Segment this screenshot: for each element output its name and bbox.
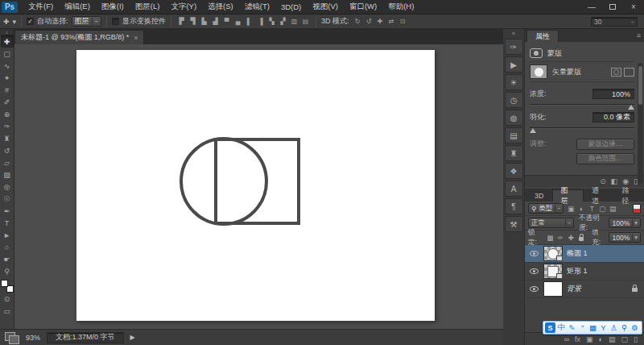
- 3d-drag-icon[interactable]: ✚: [375, 16, 386, 27]
- add-pixel-mask-button[interactable]: [611, 68, 621, 77]
- align-bottom-edges-icon[interactable]: ▙: [199, 16, 209, 27]
- visibility-toggle[interactable]: [528, 268, 539, 274]
- menu-item[interactable]: 3D(D): [275, 2, 307, 11]
- eyedropper-tool[interactable]: ✐: [1, 96, 14, 108]
- swatches-panel-icon[interactable]: ❖: [505, 163, 523, 179]
- auto-select-dropdown[interactable]: 图层 ÷: [72, 16, 101, 27]
- close-button[interactable]: ×: [623, 0, 644, 14]
- mask-edge-button[interactable]: 蒙版边缘…: [576, 139, 634, 150]
- layer-name[interactable]: 椭圆 1: [567, 248, 588, 259]
- minimize-button[interactable]: —: [581, 0, 602, 14]
- align-right-edges-icon[interactable]: ▄: [233, 16, 243, 27]
- density-slider[interactable]: [530, 104, 634, 106]
- history-brush-tool[interactable]: ↺: [1, 144, 14, 156]
- tool-presets-panel-icon[interactable]: ⚒: [505, 216, 523, 232]
- layer-row-rect-1[interactable]: 矩形 1: [525, 263, 644, 281]
- menu-item[interactable]: 文字(Y): [165, 2, 202, 12]
- type-tool[interactable]: T: [1, 217, 14, 229]
- ime-skin-icon[interactable]: Y: [599, 322, 608, 333]
- ellipse-shape[interactable]: [181, 139, 266, 224]
- color-range-button[interactable]: 颜色范围…: [576, 153, 634, 164]
- lock-transparent-pixels-icon[interactable]: ▩: [545, 233, 555, 243]
- align-vertical-centers-icon[interactable]: ▜: [188, 16, 198, 27]
- quick-mask-button[interactable]: ⊙: [1, 293, 14, 305]
- character-panel-icon[interactable]: A: [505, 181, 523, 197]
- paragraph-panel-icon[interactable]: ¶: [505, 198, 523, 214]
- tab-channels[interactable]: 通道: [584, 189, 614, 202]
- distribute-right-edges-icon[interactable]: ▤: [300, 16, 311, 27]
- styles-panel-icon[interactable]: ☀: [505, 74, 523, 90]
- fill-field[interactable]: 100% ▾: [609, 232, 641, 243]
- layer-thumbnail[interactable]: [543, 281, 563, 297]
- feather-value[interactable]: 0.0 像素: [592, 112, 634, 123]
- blend-mode-dropdown[interactable]: 正常 ÷: [528, 218, 574, 228]
- ellipse-tool[interactable]: ○: [1, 241, 14, 253]
- status-options-arrow[interactable]: ▶: [130, 334, 135, 341]
- menu-item[interactable]: 编辑(E): [59, 2, 96, 12]
- menu-item[interactable]: 选择(S): [202, 2, 239, 12]
- tool-preset-arrow-icon[interactable]: ▾: [13, 18, 17, 26]
- ime-toolbox-icon[interactable]: ⚙: [630, 322, 639, 333]
- layer-thumbnail[interactable]: [543, 264, 563, 279]
- 3d-roll-icon[interactable]: ↺: [364, 16, 374, 27]
- filter-smart-objects-icon[interactable]: ▤: [608, 204, 617, 214]
- arrange-documents-icon[interactable]: [5, 332, 19, 343]
- filter-shape-layers-icon[interactable]: ▢: [597, 204, 607, 214]
- enable-mask-icon[interactable]: ◉: [622, 177, 629, 185]
- filter-type-layers-icon[interactable]: T: [587, 204, 597, 214]
- apply-mask-icon[interactable]: ◧: [611, 177, 618, 185]
- clone-source-panel-icon[interactable]: ♜: [505, 145, 523, 161]
- brush-presets-panel-icon[interactable]: ✑: [505, 39, 523, 55]
- hand-tool[interactable]: ☛: [1, 253, 14, 265]
- ime-search-icon[interactable]: ⚲: [620, 322, 629, 333]
- canvas-area[interactable]: [14, 44, 503, 329]
- menu-item[interactable]: 窗口(W): [344, 2, 382, 12]
- clone-stamp-tool[interactable]: ♜: [1, 132, 14, 144]
- align-top-edges-icon[interactable]: ▛: [176, 16, 187, 27]
- menu-item[interactable]: 视图(V): [307, 2, 344, 12]
- dodge-tool[interactable]: ☉: [1, 193, 14, 205]
- new-group-icon[interactable]: ▤: [609, 335, 616, 343]
- panel-menu-icon[interactable]: ≡: [637, 31, 641, 39]
- lock-all-icon[interactable]: [579, 237, 584, 241]
- tab-properties[interactable]: 属性: [526, 30, 559, 42]
- document-tab[interactable]: 未标题-1 @ 93%(椭圆 1,RGB/8) * ×: [14, 30, 144, 44]
- layer-row-background[interactable]: 背景: [525, 281, 644, 298]
- new-layer-icon[interactable]: ▢: [621, 335, 629, 343]
- navigator-panel-icon[interactable]: ▤: [505, 127, 523, 143]
- menu-item[interactable]: 图像(I): [96, 2, 130, 12]
- opacity-field[interactable]: 100% ▾: [609, 218, 641, 228]
- auto-select-checkbox[interactable]: ✓: [27, 18, 34, 25]
- restore-button[interactable]: [602, 0, 623, 14]
- pen-tool[interactable]: ✒: [1, 205, 14, 217]
- actions-panel-icon[interactable]: ▶: [505, 56, 523, 73]
- crop-tool[interactable]: #: [1, 84, 14, 96]
- show-transform-checkbox[interactable]: [112, 18, 119, 25]
- blur-tool[interactable]: ◎: [1, 181, 14, 193]
- rectangle-shape[interactable]: [216, 139, 299, 223]
- distribute-top-edges-icon[interactable]: ▌: [244, 16, 254, 27]
- lock-position-icon[interactable]: ✚: [566, 233, 576, 243]
- ime-chinese-mode-icon[interactable]: 中: [557, 322, 566, 333]
- spot-healing-brush-tool[interactable]: ⊕: [1, 108, 14, 120]
- visibility-toggle[interactable]: [528, 251, 539, 256]
- layer-name[interactable]: 矩形 1: [567, 266, 588, 276]
- ime-punctuation-icon[interactable]: ”: [578, 322, 587, 333]
- tab-close-icon[interactable]: ×: [134, 34, 138, 42]
- align-horizontal-centers-icon[interactable]: ▀: [221, 16, 232, 27]
- ime-account-icon[interactable]: ♙: [609, 322, 618, 333]
- zoom-tool[interactable]: ⚲: [1, 265, 14, 277]
- distribute-left-edges-icon[interactable]: ▞: [278, 16, 288, 27]
- 3d-rotate-icon[interactable]: ↻: [353, 16, 363, 27]
- ime-logo-icon[interactable]: S: [545, 322, 555, 333]
- gradient-tool[interactable]: ▨: [1, 168, 14, 181]
- filter-type-dropdown[interactable]: ⚲ 类型 ÷: [528, 203, 564, 214]
- density-value[interactable]: 100%: [592, 89, 634, 99]
- layer-style-icon[interactable]: fx: [575, 335, 580, 343]
- 3d-slide-icon[interactable]: ⇄: [386, 16, 397, 27]
- distribute-horizontal-centers-icon[interactable]: ▥: [289, 16, 299, 27]
- 3d-scale-icon[interactable]: ⊡: [398, 16, 408, 27]
- tab-layers[interactable]: 图层: [552, 189, 584, 202]
- tab-paths[interactable]: 路径: [614, 189, 644, 202]
- add-layer-mask-icon[interactable]: ▣: [586, 335, 593, 343]
